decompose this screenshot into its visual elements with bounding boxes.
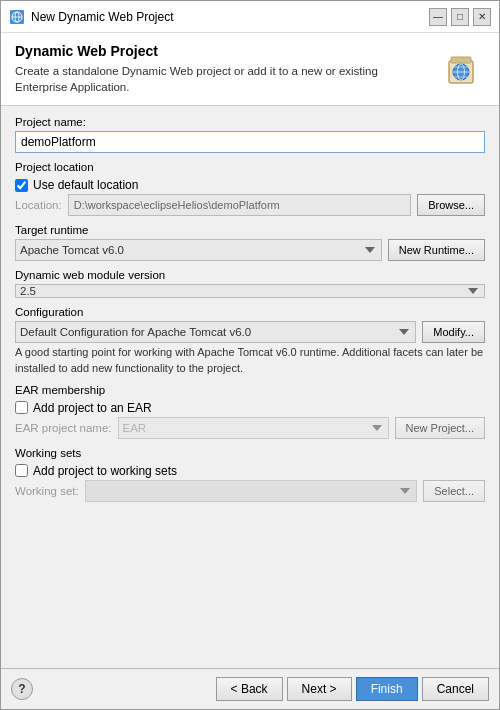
ear-membership-group: EAR membership Add project to an EAR EAR… (15, 382, 485, 439)
working-set-label: Working set: (15, 485, 79, 497)
location-field-label: Location: (15, 199, 62, 211)
ear-add-checkbox[interactable] (15, 401, 28, 414)
page-title: Dynamic Web Project (15, 43, 427, 59)
working-sets-add-row: Add project to working sets (15, 464, 485, 478)
location-row: Location: Browse... (15, 194, 485, 216)
configuration-row: Default Configuration for Apache Tomcat … (15, 321, 485, 343)
svg-rect-5 (451, 57, 471, 63)
next-button[interactable]: Next > (287, 677, 352, 701)
title-bar: New Dynamic Web Project — □ ✕ (1, 1, 499, 33)
form-content: Project name: Project location Use defau… (1, 106, 499, 668)
use-default-checkbox[interactable] (15, 179, 28, 192)
maximize-button[interactable]: □ (451, 8, 469, 26)
use-default-label[interactable]: Use default location (33, 178, 138, 192)
window-title: New Dynamic Web Project (31, 10, 429, 24)
dialog-window: New Dynamic Web Project — □ ✕ Dynamic We… (0, 0, 500, 710)
working-sets-field-row: Working set: Select... (15, 480, 485, 502)
target-runtime-row: Apache Tomcat v6.0 New Runtime... (15, 239, 485, 261)
use-default-location-row: Use default location (15, 178, 485, 192)
page-header: Dynamic Web Project Create a standalone … (1, 33, 499, 106)
project-name-group: Project name: (15, 116, 485, 153)
working-sets-label: Working sets (15, 447, 485, 459)
ear-add-label[interactable]: Add project to an EAR (33, 401, 152, 415)
configuration-info: A good starting point for working with A… (15, 345, 485, 376)
target-runtime-group: Target runtime Apache Tomcat v6.0 New Ru… (15, 222, 485, 261)
target-runtime-label: Target runtime (15, 224, 485, 236)
ear-membership-label: EAR membership (15, 384, 485, 396)
window-controls: — □ ✕ (429, 8, 491, 26)
browse-button[interactable]: Browse... (417, 194, 485, 216)
select-button[interactable]: Select... (423, 480, 485, 502)
working-sets-group: Working sets Add project to working sets… (15, 445, 485, 502)
location-input (68, 194, 411, 216)
project-name-input[interactable] (15, 131, 485, 153)
project-location-group: Project location Use default location Lo… (15, 159, 485, 216)
web-module-version-select[interactable]: 2.5 (15, 284, 485, 298)
ear-project-name-label: EAR project name: (15, 422, 112, 434)
new-project-button[interactable]: New Project... (395, 417, 485, 439)
dialog-footer: ? < Back Next > Finish Cancel (1, 668, 499, 709)
window-icon (9, 9, 25, 25)
ear-add-row: Add project to an EAR (15, 401, 485, 415)
configuration-group: Configuration Default Configuration for … (15, 304, 485, 376)
web-module-version-group: Dynamic web module version 2.5 (15, 267, 485, 298)
finish-button[interactable]: Finish (356, 677, 418, 701)
ear-project-row: EAR project name: EAR New Project... (15, 417, 485, 439)
working-sets-add-label[interactable]: Add project to working sets (33, 464, 177, 478)
working-sets-select (85, 480, 418, 502)
project-location-label: Project location (15, 161, 485, 173)
configuration-select[interactable]: Default Configuration for Apache Tomcat … (15, 321, 416, 343)
back-button[interactable]: < Back (216, 677, 283, 701)
ear-project-select: EAR (118, 417, 389, 439)
page-description: Create a standalone Dynamic Web project … (15, 63, 427, 95)
header-text: Dynamic Web Project Create a standalone … (15, 43, 427, 95)
header-icon (437, 43, 485, 91)
project-name-label: Project name: (15, 116, 485, 128)
new-runtime-button[interactable]: New Runtime... (388, 239, 485, 261)
configuration-label: Configuration (15, 306, 485, 318)
help-button[interactable]: ? (11, 678, 33, 700)
minimize-button[interactable]: — (429, 8, 447, 26)
working-sets-checkbox[interactable] (15, 464, 28, 477)
target-runtime-select[interactable]: Apache Tomcat v6.0 (15, 239, 382, 261)
web-module-version-label: Dynamic web module version (15, 269, 485, 281)
modify-button[interactable]: Modify... (422, 321, 485, 343)
cancel-button[interactable]: Cancel (422, 677, 489, 701)
close-button[interactable]: ✕ (473, 8, 491, 26)
